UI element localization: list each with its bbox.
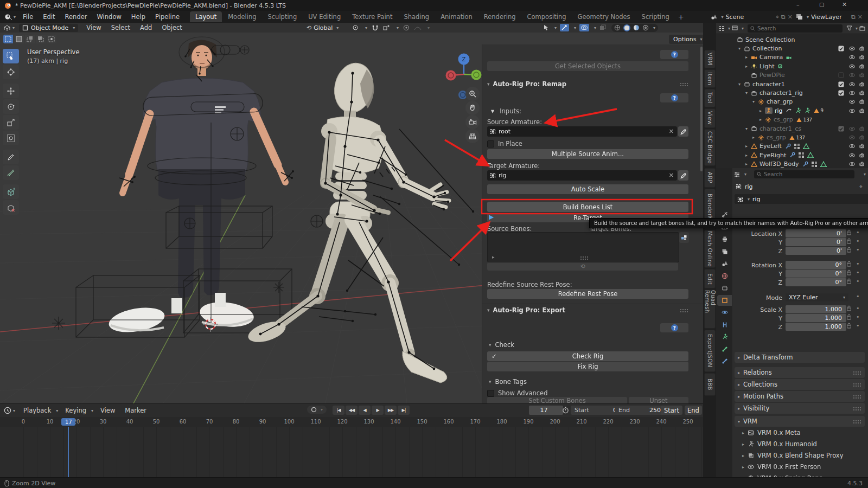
animate-dot[interactable]: • <box>856 278 860 285</box>
cam-toggle-icon[interactable] <box>859 108 865 114</box>
viewport-menu-add[interactable]: Add <box>135 24 157 31</box>
eye-toggle-icon[interactable] <box>849 81 855 87</box>
transform-value-field[interactable]: 0' <box>786 238 846 246</box>
sidebar-tab-exportjson[interactable]: ExportJSON <box>704 330 716 372</box>
multiple-source-anim-button[interactable]: Multiple Source Anim... <box>487 149 688 159</box>
pivot-icon[interactable] <box>352 24 359 31</box>
navigation-gizmo[interactable]: Z <box>437 46 486 84</box>
list-expander[interactable]: ▸ <box>492 254 495 260</box>
panel-grip[interactable] <box>680 82 688 86</box>
selectability-icon[interactable] <box>542 24 550 31</box>
source-armature-field[interactable]: root ✕ <box>487 126 677 137</box>
eye-toggle-icon[interactable] <box>849 99 855 105</box>
remap-help-button[interactable]: ? <box>660 93 688 102</box>
outliner-row-character1_cs[interactable]: ▾character1_cs <box>729 124 868 133</box>
cam-toggle-icon[interactable] <box>859 54 865 60</box>
tool-transform[interactable] <box>3 131 19 145</box>
cam-toggle-icon[interactable] <box>859 126 865 132</box>
cam-toggle-icon[interactable] <box>859 72 865 78</box>
get-selected-objects-button[interactable]: Get Selected Objects <box>487 61 688 71</box>
transform-value-field[interactable]: 0° <box>786 269 846 278</box>
scene-selector[interactable]: ▾ Scene ⌖ ⧉ ✕ <box>711 14 793 21</box>
workspace-tab-rendering[interactable]: Rendering <box>478 11 521 22</box>
properties-search[interactable]: Search <box>754 170 854 178</box>
tool-cursor[interactable] <box>3 65 19 79</box>
outliner-row-collection[interactable]: ▾Collection <box>729 44 868 53</box>
timeline-menu-view[interactable]: View <box>95 407 120 414</box>
expand-chevron[interactable]: ▸ <box>745 64 751 69</box>
check-rig-button[interactable]: ✓ Check Rig <box>487 351 688 361</box>
proportional-edit-icon[interactable] <box>403 24 410 31</box>
section-motion-paths[interactable]: ▸Motion Paths <box>735 391 865 402</box>
collection-checkbox[interactable] <box>838 126 844 132</box>
eye-toggle-icon[interactable] <box>849 108 855 114</box>
section-delta-transform[interactable]: ▸Delta Transform <box>735 352 865 363</box>
redefine-rest-pose-button[interactable]: Redefine Rest Pose <box>487 289 688 299</box>
lock-icon[interactable] <box>846 269 852 275</box>
outliner-editor-icon[interactable] <box>718 25 725 31</box>
bone-tags-subpanel-header[interactable]: ▾ Bone Tags <box>487 378 527 386</box>
workspace-tab-uv-editing[interactable]: UV Editing <box>303 11 346 22</box>
select-mode-circle[interactable] <box>25 35 35 43</box>
eye-toggle-icon[interactable] <box>849 46 855 52</box>
timeline-menu-playback[interactable]: Playback <box>18 407 56 414</box>
section-visibility[interactable]: ▸Visibility <box>735 403 865 414</box>
close-button[interactable]: ✕ <box>842 1 847 8</box>
transform-value-field[interactable]: 0° <box>786 261 846 269</box>
prev-keyframe-button[interactable]: ◀◀ <box>346 406 358 415</box>
auto-scale-button[interactable]: Auto Scale <box>487 184 688 194</box>
workspace-tab-animation[interactable]: Animation <box>435 11 478 22</box>
expand-chevron[interactable]: ▸ <box>745 153 751 158</box>
next-keyframe-button[interactable]: ▶▶ <box>385 406 397 415</box>
transform-value-field[interactable]: 1.000 <box>786 323 846 331</box>
animate-dot[interactable]: • <box>856 305 860 312</box>
sidebar-tab-bbb[interactable]: BBB <box>704 373 716 396</box>
pin-icon[interactable]: ⌖ <box>776 14 779 21</box>
tool-annotate[interactable] <box>3 150 19 164</box>
workspace-tab-modeling[interactable]: Modeling <box>222 11 261 22</box>
animate-dot[interactable]: • <box>856 237 860 245</box>
collection-checkbox[interactable] <box>838 72 844 78</box>
outliner-row-character1_rig[interactable]: ▾character1_rig <box>729 88 868 97</box>
list-grip[interactable] <box>580 256 589 260</box>
stopwatch-icon[interactable] <box>562 407 569 414</box>
menu-render[interactable]: Render <box>60 13 92 21</box>
viewport-menu-object[interactable]: Object <box>157 24 187 31</box>
set-end-button[interactable]: End <box>685 406 702 415</box>
maximize-button[interactable]: ▢ <box>819 2 824 8</box>
properties-tab-bone[interactable] <box>717 344 732 355</box>
eye-toggle-icon[interactable] <box>849 152 855 158</box>
animate-dot[interactable]: • <box>856 229 860 236</box>
eye-toggle-icon[interactable] <box>849 72 855 78</box>
select-mode-paint[interactable] <box>47 35 56 43</box>
workspace-tab-scripting[interactable]: Scripting <box>636 11 675 22</box>
outliner-row-character1[interactable]: ▾character1 <box>729 80 868 88</box>
transform-value-field[interactable]: 0° <box>786 278 846 286</box>
timeline-menu-keying[interactable]: Keying <box>60 407 91 414</box>
expand-chevron[interactable]: ▸ <box>745 144 751 149</box>
transform-orientation[interactable]: ⟲ Global▾ <box>307 24 339 31</box>
sidebar-tab-item[interactable]: Item <box>704 69 716 88</box>
lock-icon[interactable] <box>846 238 852 244</box>
vrm-item-meta[interactable]: ▸VRM 0.x Meta <box>742 429 800 436</box>
select-mode-box[interactable] <box>14 35 24 43</box>
add-workspace-button[interactable]: + <box>678 13 684 21</box>
play-reverse-button[interactable]: ◀ <box>359 406 371 415</box>
cam-toggle-icon[interactable] <box>859 143 865 149</box>
pin-icon[interactable]: ⌖ <box>859 183 863 190</box>
lock-icon[interactable] <box>846 314 852 320</box>
camera-view-icon[interactable] <box>465 115 480 129</box>
overlays-toggle-icon[interactable] <box>579 24 589 31</box>
animate-dot[interactable]: • <box>856 260 860 267</box>
section-grip[interactable] <box>853 371 861 375</box>
cam-toggle-icon[interactable] <box>859 81 865 87</box>
tool-scale-cage[interactable] <box>3 200 19 215</box>
properties-options-chevron[interactable]: ▾ <box>864 172 866 177</box>
workspace-tab-compositing[interactable]: Compositing <box>522 11 572 22</box>
vrm-item-firstperson[interactable]: ▸VRM 0.x First Person <box>742 463 821 471</box>
zoom-icon[interactable] <box>465 87 480 101</box>
timeline-ruler[interactable]: 0102030405060708090100110120130140150160… <box>0 417 703 427</box>
timeline-menu-marker[interactable]: Marker <box>120 407 151 414</box>
animate-dot[interactable]: • <box>856 322 860 329</box>
lock-icon[interactable] <box>846 323 852 329</box>
